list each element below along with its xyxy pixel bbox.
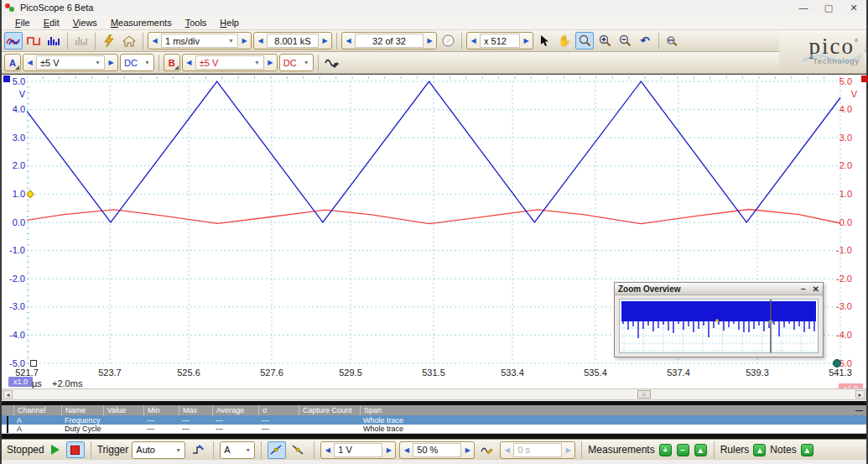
zoom-full-icon[interactable] — [663, 32, 682, 50]
channel-a-coupling-select[interactable]: DC▼ — [120, 54, 154, 71]
add-measurement-button[interactable]: + — [659, 444, 672, 456]
measurement-row-duty-cycle[interactable]: ADuty Cycle------------Whole trace — [2, 425, 866, 434]
column-header-max[interactable]: Max — [179, 405, 212, 415]
channel-b-axis-handle[interactable] — [833, 359, 841, 368]
channel-a-range-select[interactable]: ±5 V▼ — [36, 55, 105, 70]
column-header-capture-count[interactable]: Capture Count — [299, 405, 360, 415]
scope-view-icon[interactable] — [4, 32, 23, 50]
scroll-left-icon[interactable]: ◂ — [3, 390, 13, 399]
menu-item-help[interactable]: Help — [213, 16, 246, 29]
samples-prev-icon[interactable]: ◀ — [254, 37, 267, 44]
zoom-overview-close-icon[interactable]: ✕ — [813, 284, 819, 294]
zoom-prev-icon[interactable]: ◀ — [467, 37, 480, 44]
edit-measurement-button[interactable]: ▲ — [694, 444, 707, 456]
timebase-select[interactable]: 1 ms/div▼ — [161, 34, 238, 48]
column-header-channel[interactable]: Channel — [13, 405, 61, 415]
channel-a-axis-handle[interactable] — [30, 360, 37, 367]
channel-b-range-prev-icon[interactable]: ◀ — [183, 59, 195, 66]
measurements-panel-minimize-icon[interactable]: — — [852, 405, 863, 415]
zoom-overview-minimize-icon[interactable]: – — [801, 284, 806, 294]
zoom-out-tool-icon[interactable] — [616, 32, 634, 50]
samples-next-icon[interactable]: ▶ — [319, 37, 331, 44]
pre-trigger-control: ◀ 50 % ▶ — [399, 441, 475, 459]
menu-item-edit[interactable]: Edit — [37, 16, 66, 29]
menu-item-measurements[interactable]: Measurements — [104, 16, 179, 29]
menu-item-file[interactable]: File — [8, 16, 37, 29]
signal-generator-icon[interactable] — [323, 54, 341, 71]
channel-b-range-select[interactable]: ±5 V▼ — [195, 55, 264, 70]
post-trigger-delay-icon[interactable] — [478, 441, 496, 459]
pre-trigger-down-icon[interactable]: ◀ — [400, 446, 413, 454]
zoom-next-icon[interactable]: ▶ — [520, 37, 533, 44]
column-header-span[interactable]: Span — [360, 405, 866, 415]
menu-item-views[interactable]: Views — [66, 16, 104, 29]
pre-trigger-input[interactable]: 50 % — [413, 443, 461, 457]
notes-button[interactable]: ▲ — [801, 444, 813, 456]
stop-capture-button[interactable] — [66, 441, 85, 458]
pre-trigger-up-icon[interactable]: ▶ — [461, 446, 474, 454]
spectrum-view-icon[interactable] — [44, 32, 63, 50]
zoom-overview-body[interactable] — [619, 299, 819, 353]
column-header-value[interactable]: Value — [103, 405, 143, 415]
undo-zoom-icon[interactable]: ↶ — [636, 32, 654, 50]
minimize-icon[interactable]: — — [791, 0, 816, 15]
channel-b-axis-indicator — [861, 76, 868, 82]
trigger-level-up-icon[interactable]: ▶ — [382, 446, 395, 454]
channel-b-range-next-icon[interactable]: ▶ — [264, 59, 277, 66]
channel-b-coupling-select[interactable]: DC▼ — [279, 54, 314, 71]
window-zoom-tool-icon[interactable] — [575, 32, 594, 50]
persistence-view-icon[interactable] — [72, 32, 91, 50]
channel-a-options-button[interactable]: A — [4, 54, 21, 71]
waveform-plot[interactable]: 5.04.03.02.01.00.0-1.0-2.0-3.0-4.0-5.0VV… — [2, 74, 866, 388]
column-header-average[interactable]: Average — [212, 405, 258, 415]
horizontal-scrollbar[interactable]: ◂ ▸ — [2, 388, 866, 400]
pointer-tool-icon[interactable] — [535, 32, 554, 50]
segment-input[interactable]: 32 of 32 — [355, 34, 424, 48]
channel-b-options-button[interactable]: B — [164, 54, 180, 71]
trigger-source-select[interactable]: A▼ — [220, 441, 255, 459]
zoom-overview-titlebar[interactable]: Zoom Overview – ✕ — [615, 283, 823, 295]
square-wave-view-icon[interactable] — [24, 32, 43, 50]
rising-edge-icon[interactable] — [268, 441, 286, 459]
trigger-level-down-icon[interactable]: ◀ — [321, 446, 334, 454]
close-icon[interactable]: ✕ — [841, 0, 866, 15]
cell-max: --- — [179, 425, 212, 433]
channel-a-range-prev-icon[interactable]: ◀ — [23, 59, 36, 66]
start-capture-icon[interactable] — [51, 445, 60, 455]
pan-tool-icon[interactable]: ✋ — [555, 32, 574, 50]
trigger-delay-input[interactable]: 0 s — [513, 443, 562, 457]
capture-status-label: Stopped — [7, 444, 44, 456]
zoom-overview-window[interactable]: Zoom Overview – ✕ — [614, 282, 824, 357]
scrollbar-thumb[interactable] — [637, 390, 651, 399]
trigger-delay-control: ◀ 0 s ▶ — [500, 441, 575, 459]
y-axis-b-unit: V — [835, 89, 857, 99]
column-header-name[interactable]: Name — [61, 405, 103, 415]
samples-input[interactable]: 8.001 kS — [267, 34, 319, 48]
scroll-right-icon[interactable]: ▸ — [855, 390, 865, 399]
rulers-button[interactable]: ▲ — [753, 444, 766, 456]
zoom-factor-input[interactable]: x 512 — [480, 34, 520, 48]
channel-a-range-next-icon[interactable]: ▶ — [105, 59, 117, 66]
trigger-level-input[interactable]: 1 V — [334, 443, 382, 457]
timebase-prev-icon[interactable]: ◀ — [148, 37, 161, 44]
trigger-marker-icon[interactable] — [27, 190, 34, 198]
restore-icon[interactable]: ▢ — [816, 0, 841, 15]
column-header-σ[interactable]: σ — [258, 405, 299, 415]
trigger-mode-select[interactable]: Auto▼ — [132, 441, 185, 459]
advanced-trigger-icon[interactable] — [189, 441, 207, 459]
trigger-delay-up-icon[interactable]: ▶ — [562, 446, 574, 454]
falling-edge-icon[interactable] — [289, 441, 308, 459]
segment-prev-icon[interactable]: ◀ — [342, 37, 355, 44]
home-icon[interactable] — [120, 32, 138, 50]
delete-measurement-button[interactable]: − — [677, 444, 689, 456]
measurement-row-frequency[interactable]: AFrequency------------Whole trace — [2, 415, 866, 425]
x-scale-badge-left[interactable]: x1.0 — [8, 377, 33, 387]
column-header-min[interactable]: Min — [143, 405, 179, 415]
trigger-delay-down-icon[interactable]: ◀ — [501, 446, 513, 454]
segment-navigator-icon[interactable] — [439, 32, 457, 50]
menu-item-tools[interactable]: Tools — [179, 16, 214, 29]
zoom-in-tool-icon[interactable] — [595, 32, 614, 50]
auto-setup-icon[interactable] — [100, 32, 118, 50]
segment-next-icon[interactable]: ▶ — [424, 37, 436, 44]
timebase-next-icon[interactable]: ▶ — [238, 37, 251, 44]
